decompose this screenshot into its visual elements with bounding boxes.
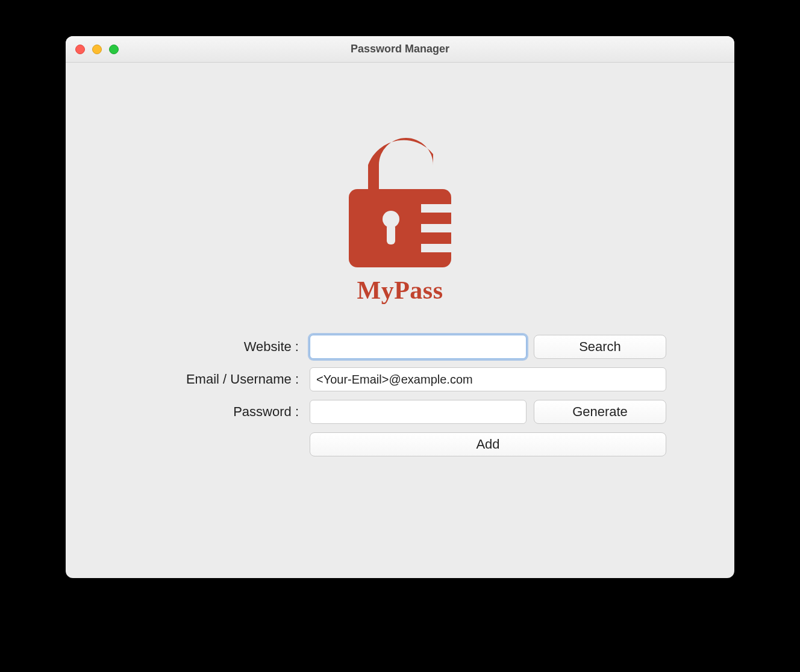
- add-button[interactable]: Add: [310, 432, 666, 456]
- search-button[interactable]: Search: [534, 335, 666, 359]
- close-icon[interactable]: [75, 45, 85, 54]
- titlebar: Password Manager: [66, 36, 734, 63]
- website-label: Website :: [134, 339, 302, 355]
- email-label: Email / Username :: [134, 372, 302, 387]
- email-input[interactable]: [310, 367, 666, 391]
- svg-rect-5: [421, 244, 457, 252]
- generate-button[interactable]: Generate: [534, 400, 666, 424]
- svg-rect-2: [387, 224, 395, 244]
- logo-text: MyPass: [357, 276, 443, 305]
- credential-form: Website : Search Email / Username : Pass…: [134, 335, 666, 456]
- app-window: Password Manager MyPass: [66, 36, 734, 578]
- app-logo: MyPass: [337, 123, 463, 305]
- website-input[interactable]: [310, 335, 527, 359]
- password-input[interactable]: [310, 400, 527, 424]
- content-area: MyPass Website : Search Email / Username…: [66, 63, 734, 578]
- maximize-icon[interactable]: [109, 45, 119, 54]
- minimize-icon[interactable]: [92, 45, 102, 54]
- padlock-icon: [337, 123, 463, 273]
- window-title: Password Manager: [66, 43, 734, 55]
- password-label: Password :: [134, 404, 302, 420]
- svg-rect-3: [421, 204, 457, 213]
- svg-rect-4: [421, 224, 457, 232]
- traffic-lights: [75, 45, 119, 54]
